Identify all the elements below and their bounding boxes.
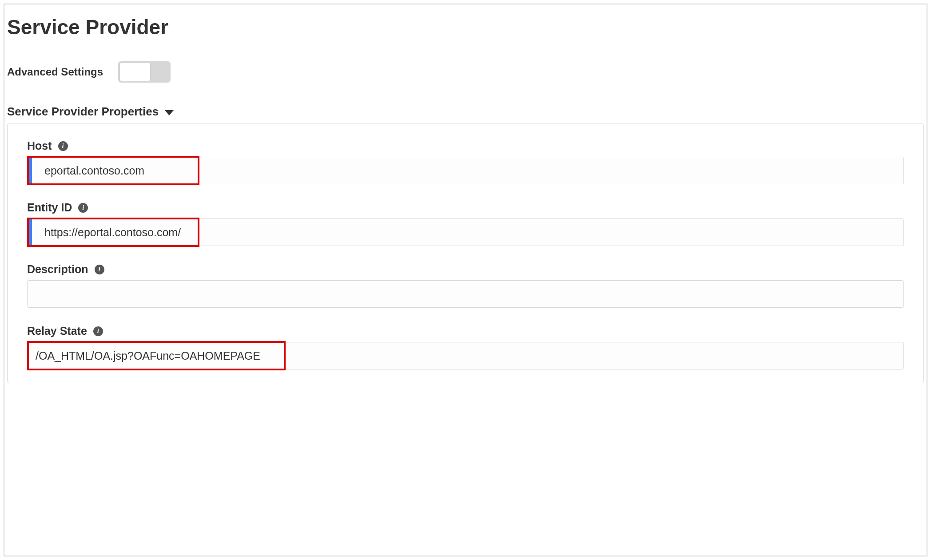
- relay-state-field-group: Relay State i: [27, 325, 904, 369]
- advanced-settings-label: Advanced Settings: [7, 66, 103, 78]
- relay-state-input[interactable]: [27, 342, 904, 369]
- description-field-group: Description i: [27, 263, 904, 308]
- advanced-settings-row: Advanced Settings: [4, 52, 927, 97]
- relay-state-label: Relay State: [27, 325, 87, 338]
- info-icon[interactable]: i: [58, 141, 68, 151]
- host-label: Host: [27, 139, 52, 152]
- host-field-group: Host i: [27, 139, 904, 184]
- entity-id-input[interactable]: [27, 218, 904, 246]
- entity-id-input-wrap: [27, 218, 904, 246]
- info-icon[interactable]: i: [78, 203, 88, 213]
- section-header-label: Service Provider Properties: [7, 105, 159, 119]
- info-icon[interactable]: i: [95, 265, 104, 274]
- host-input-wrap: [27, 157, 904, 184]
- entity-id-field-group: Entity ID i: [27, 201, 904, 246]
- toggle-knob: [119, 63, 151, 81]
- info-icon[interactable]: i: [93, 326, 103, 336]
- entity-id-label-row: Entity ID i: [27, 201, 904, 214]
- section-header[interactable]: Service Provider Properties: [4, 97, 927, 123]
- properties-panel: Host i Entity ID i Descrip: [7, 123, 924, 383]
- caret-down-icon: [165, 110, 174, 115]
- page-title: Service Provider: [4, 9, 927, 52]
- host-label-row: Host i: [27, 139, 904, 152]
- entity-id-label: Entity ID: [27, 201, 72, 214]
- description-label: Description: [27, 263, 88, 276]
- focus-indicator: [28, 219, 32, 245]
- advanced-settings-toggle[interactable]: [118, 61, 171, 83]
- page-frame: Service Provider Advanced Settings Servi…: [4, 4, 927, 556]
- relay-state-label-row: Relay State i: [27, 325, 904, 338]
- description-input-wrap: [27, 280, 904, 308]
- host-input[interactable]: [27, 157, 904, 184]
- description-input[interactable]: [27, 280, 904, 308]
- focus-indicator: [28, 158, 32, 183]
- relay-state-input-wrap: [27, 342, 904, 369]
- description-label-row: Description i: [27, 263, 904, 276]
